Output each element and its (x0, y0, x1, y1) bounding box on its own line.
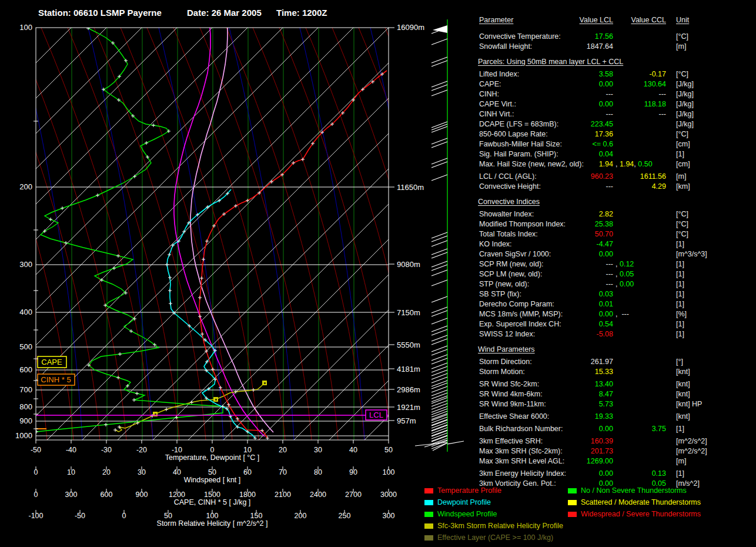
moist-adiabat-line (300, 28, 364, 440)
section-title: Convective Indices (478, 197, 754, 207)
temperature-profile (199, 71, 387, 438)
axis-tick-label: 10 (67, 468, 75, 476)
value-segment: 3.75 (652, 425, 666, 433)
wind-barb (431, 61, 447, 66)
row-value-lcl: 0.00 (478, 249, 613, 259)
row-unit: [m] (676, 456, 686, 466)
row-value-ccl: -0.17 (478, 69, 666, 79)
wind-barb (431, 249, 447, 255)
wind-barb (431, 142, 447, 148)
table-row: Sig. Hail Param. (SHIP):0.04[1] (478, 149, 754, 159)
row-value-lcl: 19.33 (478, 412, 613, 422)
axis-tick-label: 30 (138, 468, 146, 476)
bottom-axis-2: 03006009001200150018002100240027003000CA… (34, 489, 397, 506)
axis-tick-label: -40 (66, 446, 76, 454)
cape-label: CAPE (41, 358, 62, 366)
axis-tick-label: 0 (34, 491, 38, 499)
dry-adiabat-line (464, 28, 476, 440)
wind-barb (431, 355, 447, 361)
wind-barb-fan (447, 441, 464, 444)
row-unit: [1] (676, 149, 684, 159)
value-segment: , (615, 270, 620, 278)
legend-profile-item: Dewpoint Profile (424, 496, 563, 508)
table-row: Convective Temperature:17.56[°C] (478, 32, 754, 42)
row-value-lcl: 17.36 (478, 129, 613, 139)
altitude-label: 4181m (397, 365, 420, 373)
isotherm-line (82, 28, 476, 440)
table-row: SR Wind 4km-6km:8.47[knt] (478, 389, 754, 399)
pressure-tick-label: 500 (19, 342, 32, 351)
row-value-ccl: --- (478, 109, 666, 119)
pressure-tick-label: 800 (19, 402, 32, 411)
value-segment: --- (606, 270, 614, 278)
table-row: Exp. Supercell Index CH:0.54[1] (478, 319, 754, 329)
row-unit: [cm] (676, 139, 690, 149)
value-segment: 130.64 (644, 80, 666, 88)
table-row: Snowfall Height:1847.64[m] (478, 42, 754, 52)
axis-title: Windspeed [ knt ] (184, 476, 241, 484)
row-unit: [J/kg] (676, 119, 694, 129)
isotherm-line (153, 28, 476, 440)
row-unit: [1] (676, 424, 684, 434)
legend-swatch (424, 535, 433, 541)
row-unit: [1] (676, 469, 684, 479)
value-segment: --- (659, 110, 667, 118)
isotherm-line (0, 28, 212, 440)
table-row: DCAPE (LFS = 683mB):223.45[J/kg] (478, 119, 754, 129)
value-segment: 17.36 (595, 130, 613, 138)
altitude-label: 5550m (397, 341, 420, 349)
row-unit: [1] (676, 319, 684, 329)
row-unit: [knt] HP (676, 399, 702, 409)
section-title: Parcels: Using 50mB mean layer LCL + CCL (478, 57, 754, 67)
row-value-lcl: 160.39 (478, 436, 613, 446)
axis-tick-label: 150 (250, 512, 263, 520)
wind-barb (431, 296, 447, 302)
axis-tick-label: 0 (34, 468, 38, 476)
row-value-lcl: 1269.00 (478, 456, 613, 466)
skewt-chart: LCLCAPECINH * 51002003004005006007008009… (0, 0, 476, 547)
axis-tick-label: 0 (210, 446, 215, 454)
table-header-row: ParameterValue LCLValue CCLUnit (478, 15, 754, 25)
table-row: CINH:------[J/kg] (478, 89, 754, 99)
table-row: Bulk Richardson Number:0.003.75[1] (478, 424, 754, 434)
pressure-tick-label: 600 (19, 365, 32, 374)
legend-severity: No / Non Severe ThunderstormsScattered /… (568, 485, 701, 520)
table-row: 3km Effective SRH:160.39[m^2/s^2] (478, 436, 754, 446)
axis-tick-label: -50 (31, 446, 41, 454)
value-segment: 13.40 (595, 380, 613, 388)
value-segment: 1.94 (599, 160, 613, 168)
wind-barb (431, 261, 447, 267)
row-unit: [1] (676, 329, 684, 339)
row-unit: [°C] (676, 209, 688, 219)
altitude-label: 9080m (397, 260, 420, 269)
wind-barb (431, 236, 447, 242)
row-unit: [m] (676, 172, 686, 182)
table-row: CAPE Virt.:0.00118.18[J/kg] (478, 99, 754, 109)
table-row: Max. Hail Size (new, new2, old):1.94, 1.… (478, 159, 754, 169)
wind-barb (431, 346, 447, 352)
wind-barb (431, 57, 447, 63)
legend-label: Dewpoint Profile (437, 498, 491, 506)
row-value-lcl: 5.73 (478, 399, 613, 409)
sounding-app-window: Station: 06610 LSMP Payerne Date: 26 Mar… (0, 0, 756, 547)
axis-tick-label: 3000 (380, 491, 397, 499)
wind-barb (431, 138, 447, 144)
legend-swatch (568, 488, 577, 493)
value-segment: 0.00 (599, 250, 613, 258)
table-row: SB STP (fix):0.03[1] (478, 289, 754, 299)
value-segment: 2.82 (599, 210, 613, 218)
pressure-tick-label: 100 (19, 23, 32, 32)
axis-tick-label: 80 (314, 468, 322, 476)
value-segment: --- (606, 280, 614, 288)
row-value-lcl: 0.04 (478, 149, 613, 159)
legend-severity-item: Widespread / Severe Thunderstorms (568, 508, 701, 520)
legend-severity-item: Scattered / Moderate Thunderstorms (568, 496, 701, 508)
legend-label: No / Non Severe Thunderstorms (581, 486, 687, 495)
row-unit: [°C] (676, 129, 688, 139)
plot-border (36, 28, 389, 440)
row-unit: [m^3/s^3] (676, 249, 707, 259)
wind-barb (431, 390, 447, 396)
wind-barb-staff (415, 19, 464, 452)
isotherm-line (188, 28, 476, 440)
value-segment: 25.38 (595, 220, 613, 228)
